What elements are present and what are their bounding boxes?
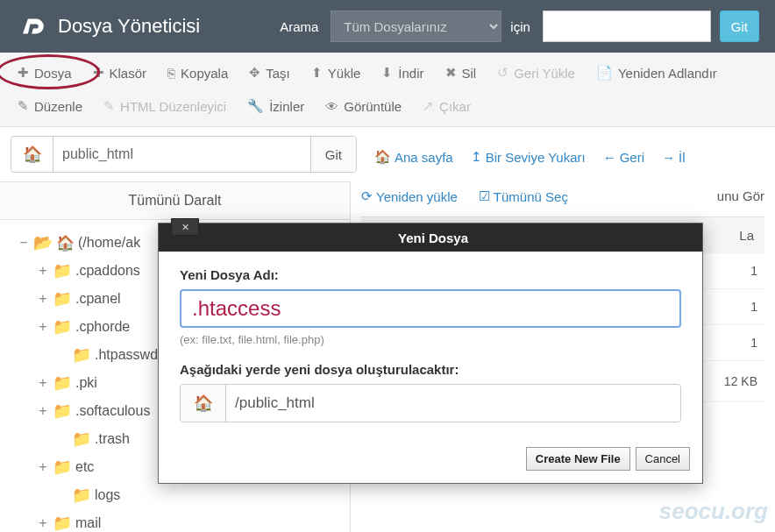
- html-editor-button[interactable]: ✎HTML Düzenleyici: [93, 89, 237, 123]
- folder-icon: 📁: [53, 373, 72, 393]
- home-icon[interactable]: 🏠: [11, 137, 53, 172]
- search-go-button[interactable]: Git: [720, 11, 759, 42]
- nav-home[interactable]: 🏠Ana sayfa: [374, 141, 453, 173]
- filename-input[interactable]: [180, 289, 681, 328]
- for-label: için: [510, 19, 530, 34]
- toolbar: ✚Dosya ✚Klasör ⎘Kopyala ✥Taşı ⬆Yükle ⬇İn…: [0, 53, 775, 127]
- nav-forward[interactable]: →İl: [662, 141, 686, 173]
- app-title: Dosya Yöneticisi: [58, 15, 200, 38]
- col-size[interactable]: La: [739, 228, 754, 243]
- move-button[interactable]: ✥Taşı: [238, 56, 301, 89]
- check-icon: ☑: [479, 188, 490, 204]
- new-folder-button[interactable]: ✚Klasör: [82, 56, 158, 89]
- key-icon: 🔧: [247, 98, 264, 114]
- folder-icon: 📁: [53, 317, 72, 337]
- home-icon: 🏠: [374, 149, 391, 165]
- new-file-modal: ✕ Yeni Dosya Yeni Dosya Adı: (ex: file.t…: [158, 223, 703, 484]
- folder-open-icon: 📂: [33, 233, 53, 252]
- nav-bar: 🏠Ana sayfa ↥Bir Seviye Yukarı ←Geri →İl: [374, 136, 686, 173]
- modal-body: Yeni Dosya Adı: (ex: file.txt, file.html…: [159, 252, 702, 438]
- folder-icon: 📁: [72, 345, 91, 365]
- nav-reload[interactable]: ⟳Yeniden yükle: [361, 188, 458, 204]
- home-icon: 🏠: [56, 234, 75, 252]
- modal-path-group: 🏠: [180, 384, 681, 422]
- top-bar: Dosya Yöneticisi Arama Tüm Dosyalarınız …: [0, 0, 775, 53]
- modal-header[interactable]: ✕ Yeni Dosya: [159, 223, 702, 252]
- undo-icon: ↺: [497, 65, 508, 81]
- folder-icon: 📁: [72, 486, 91, 505]
- edit-button[interactable]: ✎Düzenle: [7, 89, 93, 123]
- path-label: Aşağıdaki yerde yeni dosya oluşturulacak…: [180, 362, 681, 377]
- tree-item[interactable]: 📁logs: [18, 481, 350, 509]
- nav-up[interactable]: ↥Bir Seviye Yukarı: [471, 141, 586, 173]
- download-icon: ⬇: [381, 65, 393, 81]
- close-icon: ✕: [181, 222, 189, 233]
- sub-header: 🏠 Git 🏠Ana sayfa ↥Bir Seviye Yukarı ←Ger…: [0, 127, 775, 181]
- path-go-button[interactable]: Git: [310, 137, 356, 172]
- cpanel-icon: [16, 10, 49, 43]
- html-icon: ✎: [103, 98, 115, 114]
- delete-button[interactable]: ✖Sil: [435, 56, 487, 89]
- create-file-button[interactable]: Create New File: [526, 447, 630, 471]
- copy-button[interactable]: ⎘Kopyala: [157, 56, 238, 89]
- upload-icon: ⬆: [311, 65, 323, 81]
- eye-icon: 👁: [325, 99, 338, 114]
- plus-icon: ✚: [93, 65, 104, 81]
- plus-icon: ✚: [18, 65, 29, 81]
- search-label: Arama: [280, 19, 318, 34]
- view-partial-text: unu Gör: [717, 188, 764, 204]
- delete-icon: ✖: [445, 65, 457, 81]
- folder-icon: 📁: [53, 289, 72, 309]
- extract-icon: ↗: [423, 98, 434, 114]
- modal-path-input[interactable]: [226, 385, 680, 422]
- up-icon: ↥: [471, 149, 482, 165]
- modal-title: Yeni Dosya: [398, 231, 468, 245]
- home-icon: 🏠: [181, 385, 226, 422]
- collapse-all-button[interactable]: Tümünü Daralt: [0, 181, 350, 220]
- modal-close-button[interactable]: ✕: [171, 218, 199, 236]
- folder-icon: 📁: [53, 514, 72, 532]
- cancel-button[interactable]: Cancel: [636, 447, 690, 471]
- view-button[interactable]: 👁Görüntüle: [315, 89, 412, 123]
- folder-icon: 📁: [72, 429, 91, 449]
- path-bar: 🏠 Git: [11, 136, 357, 173]
- move-icon: ✥: [249, 65, 260, 81]
- rename-button[interactable]: 📄Yeniden Adlandır: [586, 56, 728, 89]
- nav-back[interactable]: ←Geri: [603, 141, 644, 173]
- folder-icon: 📁: [53, 458, 72, 477]
- pencil-icon: ✎: [18, 98, 29, 114]
- nav-bar-2: ⟳Yeniden yükle ☑Tümünü Seç unu Gör: [361, 181, 764, 216]
- filename-label: Yeni Dosya Adı:: [180, 267, 681, 282]
- nav-select-all[interactable]: ☑Tümünü Seç: [479, 188, 568, 204]
- copy-icon: ⎘: [167, 66, 175, 81]
- extract-button[interactable]: ↗Çıkar: [412, 89, 481, 123]
- upload-button[interactable]: ⬆Yükle: [301, 56, 372, 89]
- download-button[interactable]: ⬇İndir: [371, 56, 434, 89]
- filename-hint: (ex: file.txt, file.html, file.php): [180, 333, 681, 346]
- path-input[interactable]: [53, 137, 310, 172]
- app-logo: Dosya Yöneticisi: [16, 10, 200, 43]
- permissions-button[interactable]: 🔧İzinler: [237, 89, 315, 123]
- forward-icon: →: [662, 150, 675, 165]
- folder-icon: 📁: [53, 401, 72, 421]
- search-scope-select[interactable]: Tüm Dosyalarınız: [331, 11, 501, 42]
- tree-item[interactable]: +📁mail: [18, 509, 350, 532]
- restore-button[interactable]: ↺Geri Yükle: [487, 56, 586, 89]
- modal-footer: Create New File Cancel: [159, 438, 702, 483]
- file-icon: 📄: [596, 65, 613, 81]
- reload-icon: ⟳: [361, 188, 373, 204]
- folder-icon: 📁: [53, 261, 72, 280]
- search-input[interactable]: [543, 11, 711, 42]
- new-file-button[interactable]: ✚Dosya: [7, 56, 82, 89]
- back-icon: ←: [603, 150, 616, 165]
